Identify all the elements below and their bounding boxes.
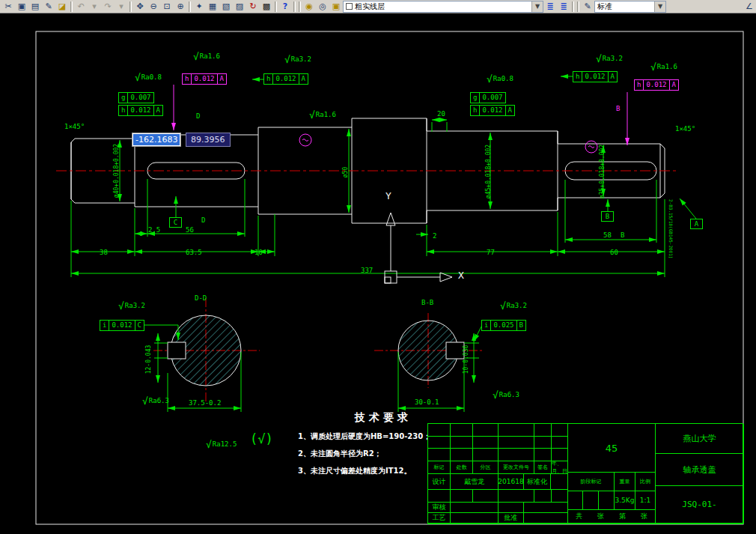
erase-icon[interactable]: ◪ (55, 1, 69, 13)
stage-mark-label: 阶段标记 (568, 473, 615, 491)
regen-icon[interactable]: ✦ (192, 1, 206, 13)
designer-name: 戴雪龙 (451, 474, 499, 491)
part-name: 轴承透盖 (656, 454, 744, 486)
layers-a-icon[interactable]: ≣ (543, 1, 557, 13)
empty-cell (552, 437, 568, 449)
sheet-unit-label: 张 (641, 512, 647, 521)
chevron-down-icon[interactable]: ▼ (654, 1, 665, 12)
roughness-value: Ra6.3 (149, 397, 169, 404)
dia-dim-right2: ø35+0.018+0.002 (599, 145, 606, 198)
layers-b-icon[interactable]: ≣ (557, 1, 570, 13)
frame-cell: 0.012 (644, 80, 669, 90)
frame-cell: h (471, 106, 480, 115)
table-icon[interactable]: ▩ (260, 1, 273, 13)
roughness-value: Ra0.8 (141, 73, 162, 81)
paste-icon[interactable]: ▤ (28, 1, 42, 13)
undo-icon[interactable]: ↶ (74, 1, 88, 13)
empty-cell (552, 424, 568, 437)
main-toolbar: ✂ ▣ ▤ ✎ ◪ ↶ ▾ ↷ ▾ ✥ ⊖ ⊡ ⊕ ✦ ▦ ▧ ▨ ↻ ▩ ? … (0, 0, 756, 13)
dynamic-input-y[interactable]: 89.3956 (186, 133, 231, 147)
zoom-in-icon[interactable]: ⊕ (174, 1, 187, 13)
layer-selector[interactable]: 粗实线层 ▼ (343, 1, 543, 13)
empty-cell (428, 449, 451, 461)
ucs-y-label: Y (385, 190, 391, 201)
cut-icon[interactable]: ✂ (1, 1, 15, 13)
pan-icon[interactable]: ✥ (133, 1, 147, 13)
roughness-general: √Ra12.5 (206, 439, 237, 450)
empty-cell (499, 437, 534, 449)
section-circles (168, 315, 464, 386)
frame-cell: 0.012 (582, 72, 608, 82)
redo-dropdown-icon[interactable]: ▾ (115, 1, 128, 13)
title-block-left: 标记 处数 分区 更改文件号 签名 年、月、日 设计 戴雪龙 201618 标准… (428, 424, 568, 524)
tolerance-frame: h0.012A (263, 73, 308, 85)
section-bb-title: B-B (421, 299, 433, 306)
measure-icon[interactable]: ∠ (743, 1, 756, 13)
roughness-dd-bottom: √Ra6.3 (142, 395, 169, 407)
dim-chamfer-left: 1×45° (64, 123, 85, 130)
layer-lock-icon[interactable]: ▣ (329, 1, 343, 13)
help-icon[interactable]: ? (278, 1, 292, 13)
frame-cell: 0.007 (480, 93, 504, 103)
roughness-value: Ra3.2 (291, 55, 311, 63)
dd-flat-dim: 37.5-0.2 (189, 399, 221, 407)
frame-cell: 0.012 (192, 74, 217, 84)
dim-63-5: 63.5 (186, 249, 202, 256)
roughness-bb-top: √Ra3.2 (500, 300, 527, 312)
empty-cell (428, 437, 451, 449)
update-icon[interactable]: ↻ (246, 1, 260, 13)
roughness-check-icon: √ (193, 51, 199, 62)
roughness-value: Ra3.2 (507, 302, 527, 309)
tolerance-frame: h0.012A (118, 105, 163, 116)
frame-cell: 0.012 (480, 106, 505, 115)
tolerance-frame: i0.012C (100, 320, 144, 331)
dia-dim-left: ø40+0.018+0.002 (113, 144, 120, 198)
roughness-bb-bottom: √Ra6.3 (493, 389, 519, 401)
tolerance-frame: h0.012A (182, 73, 227, 85)
dynamic-input-x[interactable]: -162.1683 (132, 133, 181, 147)
bb-flat-dim: 30-0.1 (415, 398, 439, 406)
zoom-window-icon[interactable]: ⊡ (160, 1, 174, 13)
frame-cell: A (609, 72, 617, 82)
ucs-x-label: X (458, 270, 464, 281)
title-block-middle: 45 阶段标记 重量 比例 3.5Kg 1:1 共张第张 (568, 424, 656, 524)
dim-20: 20 (437, 110, 445, 118)
chevron-down-icon[interactable]: ▼ (531, 1, 543, 12)
roughness-value: Ra1.6 (316, 111, 336, 118)
dd-keyway-width: 12-0.043 (145, 345, 152, 374)
title-block: 标记 处数 分区 更改文件号 签名 年、月、日 设计 戴雪龙 201618 标准… (427, 423, 743, 524)
copy-icon[interactable]: ▣ (15, 1, 28, 13)
render-icon[interactable]: ▨ (233, 1, 246, 13)
empty-cell (499, 490, 534, 503)
empty-cell (552, 490, 568, 503)
toolbar-separator (572, 1, 574, 12)
toolbar-separator (577, 1, 579, 12)
toolbar-separator (299, 1, 301, 12)
redo-icon[interactable]: ↷ (101, 1, 115, 13)
format-brush-icon[interactable]: ✎ (42, 1, 55, 13)
roughness-value: Ra3.2 (125, 302, 145, 309)
drawing-canvas[interactable]: -162.1683 89.3956 Y X 1×45° 1×45° 20 2.5… (0, 13, 756, 534)
empty-cell (473, 437, 499, 449)
empty-cell (552, 449, 568, 461)
grid-icon[interactable]: ▦ (206, 1, 219, 13)
frame-cell: A (218, 74, 226, 84)
weight-label: 重量 (615, 473, 635, 491)
frame-cell: A (506, 106, 514, 115)
text-style-icon[interactable]: ✎ (581, 1, 594, 13)
empty-cell (451, 437, 473, 449)
roughness-check-icon: √ (206, 439, 212, 450)
roughness-check-icon: √ (118, 300, 124, 312)
zoom-out-icon[interactable]: ⊖ (147, 1, 160, 13)
layer-bulb-icon[interactable]: ◉ (302, 1, 316, 13)
layer-freeze-icon[interactable]: ◎ (316, 1, 329, 13)
undo-dropdown-icon[interactable]: ▾ (88, 1, 101, 13)
dim-77: 77 (487, 249, 495, 256)
frame-cell: A (299, 74, 308, 84)
roughness-check-icon: √ (500, 300, 506, 312)
header-date: 年、月、日 (552, 461, 568, 474)
header-count: 处数 (451, 461, 473, 474)
style-selector[interactable]: 标准 ▼ (594, 1, 666, 13)
roughness-value: Ra1.6 (200, 52, 220, 60)
layout-icon[interactable]: ▧ (219, 1, 233, 13)
